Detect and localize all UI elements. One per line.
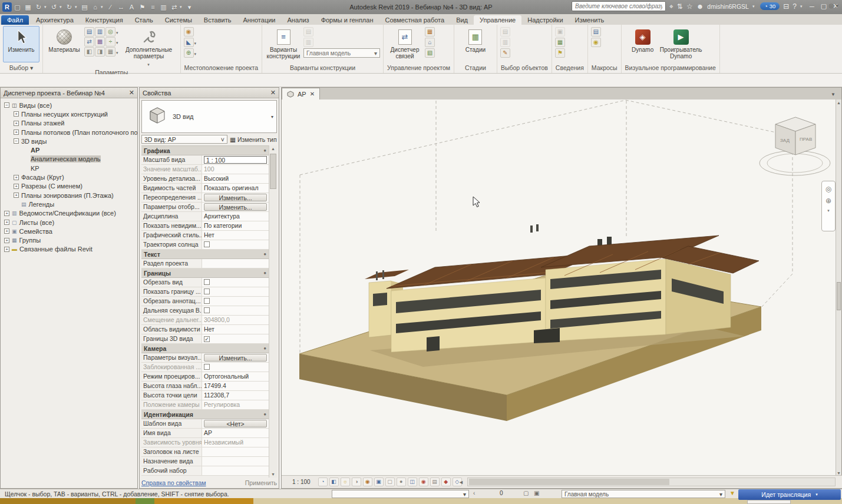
design-partitions-icon[interactable]: ▦ — [555, 38, 565, 47]
starting-view-icon[interactable]: ⌂ — [425, 38, 435, 47]
panel-label-Выбор объектов[interactable]: Выбор объектов — [497, 64, 552, 73]
tree-item[interactable]: KP — [1, 164, 137, 173]
expand-icon[interactable]: + — [4, 247, 9, 252]
expand-icon[interactable]: + — [4, 238, 9, 243]
purge-unused-icon[interactable]: ▩ — [95, 37, 105, 47]
property-value[interactable]: AP — [202, 429, 269, 437]
chevron-down-icon[interactable]: ▾ — [271, 114, 276, 120]
sync-with-central-caret-icon[interactable]: ▾ — [44, 5, 48, 9]
tree-item[interactable]: +Планы этажей — [1, 119, 137, 128]
property-value[interactable] — [202, 297, 269, 306]
filter-icon[interactable]: ▼ — [729, 490, 735, 496]
tab-Конструкция[interactable]: Конструкция — [80, 15, 129, 25]
steering-wheel-icon[interactable]: ◎ — [826, 185, 831, 193]
user-avatar-icon[interactable]: ☻ — [696, 2, 704, 11]
add-to-design-option-set-icon[interactable]: ▤ — [303, 27, 313, 37]
tree-item[interactable]: AP — [1, 145, 137, 154]
expand-icon[interactable]: + — [4, 220, 9, 225]
property-value[interactable] — [202, 466, 269, 475]
button-Диспетчер связей[interactable]: ⇄Диспетчер связей — [387, 26, 423, 62]
view-tab-ap[interactable]: AP ✕ — [282, 88, 320, 100]
tree-item[interactable]: +▦Группы — [1, 236, 137, 244]
property-checkbox[interactable] — [204, 279, 210, 285]
property-value[interactable]: Изменить... — [202, 203, 269, 211]
expand-icon[interactable]: + — [14, 175, 19, 180]
edit-selection-icon[interactable]: ✎ — [500, 48, 510, 58]
tree-item[interactable]: +Планы потолков (План потолочного пок — [1, 128, 137, 137]
detail-level-icon[interactable]: ◔ — [318, 478, 328, 486]
property-value[interactable] — [202, 240, 269, 249]
expand-icon[interactable]: + — [4, 211, 9, 216]
transfer-project-standards-icon[interactable]: ⇄ — [84, 37, 94, 47]
close-icon[interactable]: ✕ — [129, 89, 134, 97]
back-icon[interactable]: ‹ — [473, 490, 475, 496]
properties-help-link[interactable]: Справка по свойствам — [141, 479, 206, 486]
properties-scrollbar[interactable]: ▲ ▼ — [269, 145, 277, 478]
temporary-hide-isolate-icon[interactable]: ◫ — [408, 478, 417, 486]
structural-settings-icon[interactable]: ◧ — [84, 47, 94, 57]
tree-item[interactable]: +▢Листы (все) — [1, 218, 137, 227]
close-icon[interactable]: ✕ — [310, 91, 315, 97]
scroll-up-icon[interactable]: ▲ — [836, 101, 841, 105]
favorites-star-icon[interactable]: ☆ — [686, 2, 693, 11]
section-Границы[interactable]: Границы● — [141, 268, 269, 278]
tag-by-category-icon[interactable]: ⚑ — [137, 2, 147, 12]
panel-label-Местоположение проекта[interactable]: Местоположение проекта — [181, 64, 262, 73]
chevron-down-icon[interactable]: ▾ — [116, 31, 118, 35]
reveal-hidden-elements-icon[interactable]: ◉ — [419, 478, 428, 486]
help-caret-icon[interactable]: ▾ — [800, 4, 804, 9]
project-information-icon[interactable]: ▣ — [555, 27, 565, 37]
thin-lines-icon[interactable]: ≡ — [148, 2, 158, 12]
property-value[interactable]: Нет — [202, 325, 269, 334]
revit-logo-icon[interactable]: R — [2, 2, 12, 12]
panel-label-Визуальное программирование[interactable]: Визуальное программирование — [622, 64, 719, 73]
scrollbar-thumb[interactable] — [270, 154, 276, 189]
property-checkbox[interactable] — [204, 289, 210, 294]
scroll-up-icon[interactable]: ▲ — [269, 147, 277, 151]
property-edit-button[interactable]: Изменить... — [204, 194, 267, 201]
location-icon[interactable]: ◉ — [184, 27, 194, 37]
pick-to-edit-icon[interactable]: ▥ — [303, 38, 313, 47]
model-canvas[interactable]: ЗАД ПРАВ ◎ ⊕ ▾ — [282, 100, 836, 476]
tree-item[interactable]: +Планы зонирования (П.Этажа) — [1, 191, 137, 200]
tree-item[interactable]: +Планы несущих конструкций — [1, 110, 137, 118]
unlock-3d-view-icon[interactable]: ● — [397, 478, 406, 486]
property-value[interactable]: Регулировка — [202, 400, 269, 409]
panel-label-Макросы[interactable]: Макросы — [588, 64, 621, 73]
tab-Вид[interactable]: Вид — [450, 15, 474, 25]
property-value[interactable]: Изменить... — [202, 353, 269, 362]
property-edit-button[interactable]: Изменить... — [204, 203, 267, 211]
signed-in-username[interactable]: dmishin6RGSL — [707, 3, 749, 10]
tab-Аннотации[interactable]: Аннотации — [237, 15, 282, 25]
section-Графика[interactable]: Графика● — [141, 146, 269, 155]
manage-images-icon[interactable]: ▦ — [425, 27, 435, 37]
player-timeline[interactable] — [0, 498, 842, 504]
scrollbar-thumb[interactable] — [469, 479, 669, 485]
trial-days-badge[interactable]: ◔30 — [760, 2, 780, 10]
shadows-icon[interactable]: ◑ — [352, 478, 361, 486]
close-inactive-windows-icon[interactable]: ▥ — [159, 2, 169, 12]
chevron-down-icon[interactable]: ▾ — [194, 41, 197, 46]
show-analytical-model-icon[interactable]: ◆ — [441, 478, 451, 486]
tab-list-caret-icon[interactable]: ▼ — [831, 92, 841, 100]
button-Материалы[interactable]: Материалы — [46, 26, 82, 62]
tab-Изменить[interactable]: Изменить — [569, 15, 610, 25]
property-value[interactable]: 304800,0 — [202, 316, 269, 324]
expand-icon[interactable]: − — [4, 102, 9, 108]
property-value[interactable]: Показать оригинал — [202, 184, 269, 193]
properties-header[interactable]: Свойства ✕ — [140, 88, 279, 98]
viewport-vertical-scrollbar[interactable]: ▲ ▼ — [836, 100, 841, 476]
shared-parameters-icon[interactable]: ▥ — [95, 27, 105, 37]
tab-Архитектура[interactable]: Архитектура — [30, 15, 80, 25]
property-value[interactable]: 100 — [202, 165, 269, 174]
chevron-down-icon[interactable]: ▾ — [116, 41, 118, 45]
panel-label-Варианты конструкции[interactable]: Варианты конструкции — [262, 64, 383, 73]
visual-style-icon[interactable]: ◧ — [329, 478, 339, 486]
macro-manager-icon[interactable]: ▤ — [591, 27, 601, 37]
chevron-down-icon[interactable]: ▾ — [194, 52, 197, 57]
property-value[interactable] — [202, 363, 269, 372]
press-drag-icon[interactable]: ▣ — [534, 490, 539, 496]
button-Изменить[interactable]: Изменить — [3, 26, 39, 62]
expand-icon[interactable]: + — [14, 193, 19, 198]
property-edit-button[interactable]: Изменить... — [204, 354, 267, 362]
